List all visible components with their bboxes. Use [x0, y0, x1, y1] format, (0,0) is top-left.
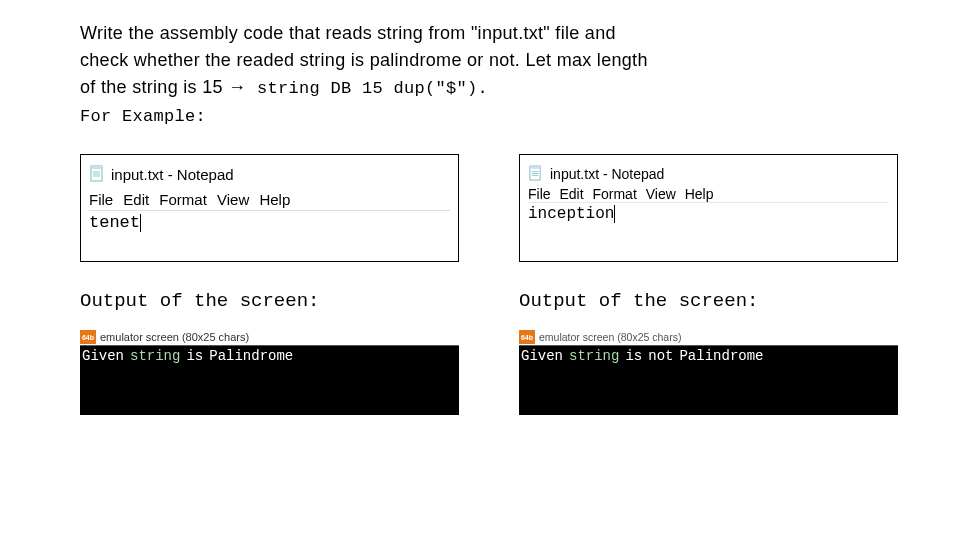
- svg-text:64b: 64b: [521, 334, 533, 341]
- output-label-left: Output of the screen:: [80, 290, 459, 312]
- emulator-screen-left: GivenstringisPalindrome: [80, 345, 459, 415]
- problem-line1: Write the assembly code that reads strin…: [80, 23, 616, 43]
- out-word: string: [569, 348, 619, 364]
- out-word: Given: [521, 348, 563, 364]
- out-word: is: [186, 348, 203, 364]
- problem-code: string DB 15 dup("$").: [246, 79, 488, 98]
- svg-rect-1: [91, 166, 102, 169]
- emulator-screen-right: GivenstringisnotPalindrome: [519, 345, 898, 415]
- notepad-titlebar-left: input.txt - Notepad: [89, 165, 450, 183]
- problem-line4: For Example:: [80, 107, 206, 126]
- notepad-window-left: input.txt - Notepad File Edit Format Vie…: [80, 154, 459, 262]
- notepad-icon: [89, 165, 105, 183]
- notepad-titlebar-right: input.txt - Notepad: [528, 165, 889, 183]
- notepad-icon: [528, 165, 544, 183]
- out-word: Palindrome: [679, 348, 763, 364]
- out-word: Given: [82, 348, 124, 364]
- emulator-title-left: emulator screen (80x25 chars): [100, 331, 249, 343]
- arrow-icon: →: [228, 77, 246, 97]
- out-word: not: [648, 348, 673, 364]
- emulator-titlebar-right: 64b emulator screen (80x25 chars): [519, 330, 898, 344]
- problem-line2: check whether the readed string is palin…: [80, 50, 648, 70]
- notepad-title-left: input.txt - Notepad: [111, 166, 234, 183]
- example-right: input.txt - Notepad File Edit Format Vie…: [519, 154, 898, 415]
- out-word: Palindrome: [209, 348, 293, 364]
- emulator-window-left: 64b emulator screen (80x25 chars) Givens…: [80, 330, 459, 415]
- notepad-menu-right[interactable]: File Edit Format View Help: [528, 186, 889, 202]
- problem-statement: Write the assembly code that reads strin…: [80, 20, 898, 129]
- problem-line3a: of the string is 15: [80, 77, 228, 97]
- notepad-title-right: input.txt - Notepad: [550, 166, 664, 182]
- emulator-icon: 64b: [80, 330, 96, 344]
- out-word: is: [625, 348, 642, 364]
- examples-container: input.txt - Notepad File Edit Format Vie…: [80, 154, 898, 415]
- notepad-menu-left[interactable]: File Edit Format View Help: [89, 191, 450, 208]
- emulator-window-right: 64b emulator screen (80x25 chars) Givens…: [519, 330, 898, 415]
- svg-rect-8: [530, 166, 540, 169]
- notepad-content-left[interactable]: tenet: [89, 210, 450, 232]
- svg-text:64b: 64b: [82, 334, 94, 341]
- emulator-titlebar-left: 64b emulator screen (80x25 chars): [80, 330, 459, 344]
- notepad-window-right: input.txt - Notepad File Edit Format Vie…: [519, 154, 898, 262]
- out-word: string: [130, 348, 180, 364]
- example-left: input.txt - Notepad File Edit Format Vie…: [80, 154, 459, 415]
- emulator-title-right: emulator screen (80x25 chars): [539, 331, 681, 343]
- emulator-icon: 64b: [519, 330, 535, 344]
- output-label-right: Output of the screen:: [519, 290, 898, 312]
- notepad-content-right[interactable]: inception: [528, 202, 889, 223]
